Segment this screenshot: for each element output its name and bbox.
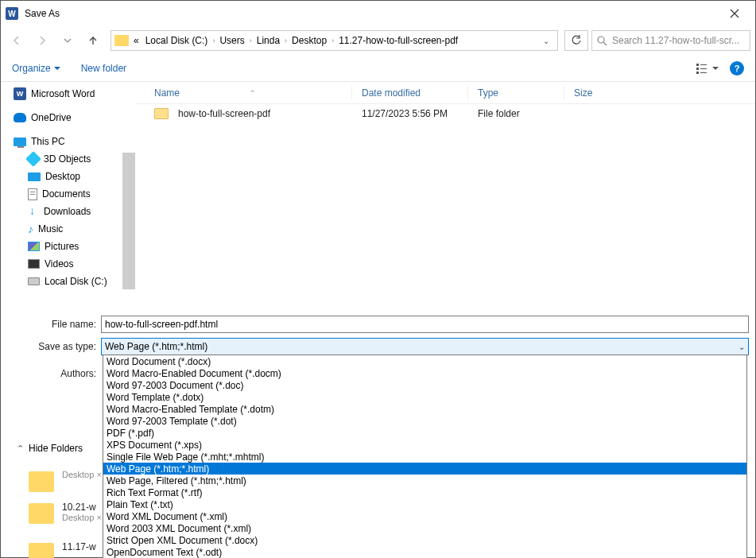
filetype-option[interactable]: Word 97-2003 Template (*.dot)	[103, 415, 746, 427]
tree-item-cloud[interactable]: OneDrive	[9, 109, 135, 126]
filetype-option[interactable]: Web Page, Filtered (*.htm;*.html)	[103, 475, 746, 486]
close-icon	[730, 9, 739, 18]
toolbar: Organize New folder ?	[1, 55, 755, 82]
tree-item-pic[interactable]: Pictures	[9, 238, 135, 255]
chevron-down-icon: ⌄	[739, 343, 745, 351]
tree-item-word[interactable]: WMicrosoft Word	[9, 85, 135, 103]
svg-point-0	[598, 37, 604, 43]
nav-tree: WMicrosoft WordOneDriveThis PC3D Objects…	[1, 82, 135, 307]
filetype-option[interactable]: Rich Text Format (*.rtf)	[103, 486, 746, 498]
folder-icon	[154, 108, 169, 119]
search-placeholder: Search 11.27-how-to-full-scr...	[612, 35, 739, 46]
breadcrumb-item[interactable]: Users	[218, 35, 246, 46]
tree-item-label: Music	[38, 223, 63, 234]
filetype-option[interactable]: Word XML Document (*.xml)	[103, 510, 746, 522]
list-header: Name⌃ Date modified Type Size	[135, 82, 755, 104]
folder-icon	[29, 471, 54, 492]
col-type-header[interactable]: Type	[468, 87, 564, 99]
desktop-item: Desktop ×	[29, 470, 102, 492]
organize-label: Organize	[12, 63, 51, 74]
desktop-item-sub: Desktop ×	[62, 470, 102, 479]
chevron-down-icon	[64, 37, 72, 45]
col-size-label: Size	[574, 87, 592, 99]
filetype-option[interactable]: Plain Text (*.txt)	[103, 498, 746, 510]
nav-row: « Local Disk (C:) › Users › Linda › Desk…	[1, 26, 755, 55]
tree-item-vid[interactable]: Videos	[9, 255, 135, 273]
col-date-label: Date modified	[362, 87, 421, 99]
desktop-item-label: 11.17-w	[62, 541, 96, 552]
svg-rect-1	[696, 64, 699, 66]
svg-rect-4	[700, 68, 707, 69]
col-size-header[interactable]: Size	[564, 87, 628, 99]
view-icon	[696, 63, 711, 74]
tree-item-dl[interactable]: Downloads	[9, 203, 135, 220]
forward-button[interactable]	[31, 29, 53, 52]
folder-icon	[114, 35, 129, 46]
filetype-option[interactable]: Word Macro-Enabled Document (*.docm)	[103, 367, 746, 379]
tree-item-label: Documents	[42, 188, 91, 200]
authors-label: Authors:	[7, 368, 101, 379]
filetype-option[interactable]: Strict Open XML Document (*.docx)	[103, 534, 746, 546]
filetype-option[interactable]: Word 97-2003 Document (*.doc)	[103, 379, 746, 391]
back-button[interactable]	[6, 29, 28, 52]
filetype-option[interactable]: OpenDocument Text (*.odt)	[103, 546, 746, 558]
col-date-header[interactable]: Date modified	[352, 87, 467, 99]
search-box[interactable]: Search 11.27-how-to-full-scr...	[591, 30, 750, 51]
help-button[interactable]: ?	[730, 61, 744, 76]
tree-item-3d[interactable]: 3D Objects	[9, 150, 135, 168]
filetype-select[interactable]: Web Page (*.htm;*.html) ⌄	[101, 338, 749, 355]
desktop-item-sub: Desktop ×	[62, 513, 102, 522]
tree-item-pc[interactable]: This PC	[9, 133, 135, 150]
tree-item-desk[interactable]: Desktop	[9, 168, 135, 185]
svg-rect-3	[696, 68, 699, 70]
breadcrumb-item[interactable]: Linda	[255, 35, 281, 46]
view-options-button[interactable]	[696, 63, 719, 74]
arrow-up-icon	[87, 35, 99, 46]
arrow-right-icon	[37, 35, 48, 46]
tree-item-label: Downloads	[44, 206, 91, 217]
window-title: Save As	[25, 8, 719, 19]
filetype-option[interactable]: Word 2003 XML Document (*.xml)	[103, 522, 746, 534]
filetype-option[interactable]: Web Page (*.htm;*.html)	[103, 463, 746, 475]
address-bar[interactable]: « Local Disk (C:) › Users › Linda › Desk…	[110, 30, 558, 51]
refresh-button[interactable]	[564, 30, 588, 51]
close-button[interactable]	[719, 2, 750, 25]
search-icon	[597, 36, 607, 46]
filetype-option[interactable]: Single File Web Page (*.mht;*.mhtml)	[103, 451, 746, 463]
recent-button[interactable]	[56, 29, 79, 52]
col-name-header[interactable]: Name⌃	[145, 87, 351, 99]
organize-button[interactable]: Organize	[12, 63, 60, 74]
filetype-option[interactable]: PDF (*.pdf)	[103, 427, 746, 439]
chevron-right-icon: ›	[331, 37, 334, 45]
filetype-option[interactable]: XPS Document (*.xps)	[103, 439, 746, 451]
tree-scrollbar[interactable]	[122, 153, 135, 289]
tree-item-label: Pictures	[45, 241, 79, 252]
filetype-value: Web Page (*.htm;*.html)	[105, 341, 207, 352]
up-button[interactable]	[82, 29, 104, 52]
desktop-item-label: 10.21-w	[62, 502, 102, 513]
svg-rect-5	[696, 72, 699, 74]
tree-item-label: 3D Objects	[44, 153, 91, 165]
title-bar: W Save As	[1, 1, 755, 26]
filetype-label: Save as type:	[7, 341, 101, 352]
chevron-right-icon: ›	[285, 37, 287, 45]
breadcrumb-item[interactable]: 11.27-how-to-full-screen-pdf	[337, 35, 459, 46]
address-dropdown-button[interactable]: ⌄	[538, 37, 554, 45]
breadcrumb-item[interactable]: Desktop	[290, 35, 328, 46]
filename-input[interactable]	[101, 316, 749, 333]
tree-item-label: Desktop	[45, 171, 80, 182]
filename-label: File name:	[7, 319, 101, 330]
filetype-option[interactable]: Word Macro-Enabled Template (*.dotm)	[103, 403, 746, 415]
tree-item-music[interactable]: ♪Music	[9, 220, 135, 238]
filetype-option[interactable]: Word Template (*.dotx)	[103, 391, 746, 403]
list-item[interactable]: how-to-full-screen-pdf 11/27/2023 5:56 P…	[135, 104, 755, 123]
new-folder-button[interactable]: New folder	[81, 63, 126, 74]
folder-icon	[29, 503, 54, 524]
breadcrumb-item[interactable]: Local Disk (C:)	[144, 35, 210, 46]
new-folder-label: New folder	[81, 63, 126, 74]
tree-item-doc[interactable]: Documents	[9, 185, 135, 203]
tree-item-disk[interactable]: Local Disk (C:)	[9, 273, 135, 290]
filetype-option[interactable]: Word Document (*.docx)	[103, 355, 746, 367]
hide-folders-button[interactable]: Hide Folders	[29, 443, 83, 454]
svg-rect-6	[700, 72, 707, 73]
